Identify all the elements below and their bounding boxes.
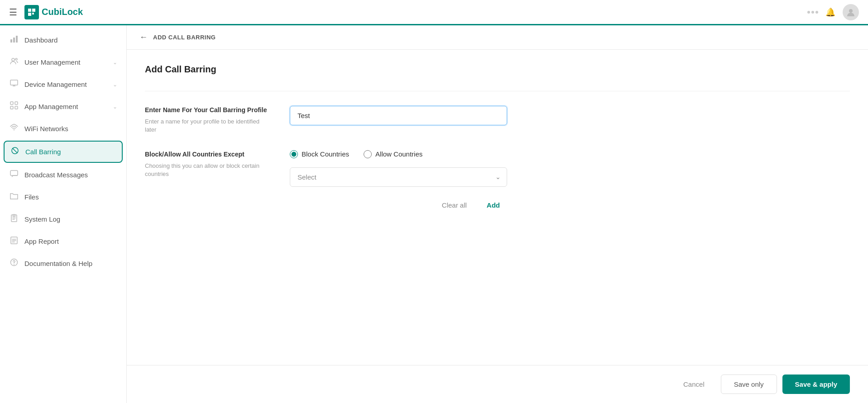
svg-rect-6 — [13, 38, 15, 43]
sidebar-item-label: Broadcast Messages — [24, 171, 117, 179]
svg-rect-7 — [16, 36, 18, 43]
name-label-block: Enter Name For Your Call Barring Profile… — [145, 106, 272, 134]
svg-rect-18 — [10, 171, 18, 175]
svg-rect-12 — [15, 102, 18, 104]
save-only-button[interactable]: Save only — [721, 375, 777, 394]
sidebar: Dashboard User Management ⌄ — [0, 25, 127, 403]
name-control-block — [290, 106, 507, 125]
sidebar-item-label: Files — [24, 193, 117, 201]
name-field-label: Enter Name For Your Call Barring Profile — [145, 106, 272, 115]
bar-chart-icon — [9, 35, 19, 45]
select-wrapper: Select ⌄ — [290, 167, 507, 187]
message-icon — [9, 170, 19, 180]
sidebar-item-wifi-networks[interactable]: WiFi Networks — [0, 118, 126, 140]
logo-text: CubiLock — [42, 7, 83, 17]
sidebar-item-label: App Report — [24, 237, 117, 245]
logo-icon — [24, 5, 39, 19]
block-allow-label-block: Block/Allow All Countries Except Choosin… — [145, 150, 272, 178]
svg-rect-5 — [10, 39, 12, 43]
sidebar-item-label: Device Management — [24, 81, 107, 88]
topbar: ☰ CubiLock 🔔 — [0, 0, 868, 25]
form-container: Add Call Barring Enter Name For Your Cal… — [127, 50, 868, 365]
wifi-icon — [9, 123, 19, 134]
cancel-button[interactable]: Cancel — [672, 375, 715, 394]
users-icon — [9, 57, 19, 67]
footer-actions: Cancel Save only Save & apply — [127, 365, 868, 403]
svg-point-23 — [14, 264, 14, 265]
report-icon — [9, 236, 19, 247]
svg-point-9 — [15, 58, 17, 60]
block-allow-hint: Choosing this you can allow or block cer… — [145, 162, 272, 178]
logo: CubiLock — [24, 5, 83, 19]
svg-rect-2 — [28, 13, 31, 16]
save-apply-button[interactable]: Save & apply — [782, 375, 850, 394]
sidebar-item-label: Call Barring — [25, 148, 116, 156]
form-title: Add Call Barring — [145, 64, 850, 75]
radio-group: Block Countries Allow Countries — [290, 150, 507, 158]
name-field-hint: Enter a name for your profile to be iden… — [145, 118, 272, 134]
svg-point-15 — [14, 129, 14, 130]
folder-icon — [9, 192, 19, 202]
sidebar-item-app-management[interactable]: App Management ⌄ — [0, 95, 126, 118]
hamburger-icon[interactable]: ☰ — [9, 7, 17, 18]
chevron-icon: ⌄ — [113, 81, 117, 88]
sidebar-item-label: Documentation & Help — [24, 260, 117, 267]
grid-icon — [9, 101, 19, 112]
help-circle-icon — [9, 258, 19, 269]
sidebar-item-label: System Log — [24, 215, 117, 223]
block-allow-label: Block/Allow All Countries Except — [145, 150, 272, 159]
sidebar-item-call-barring[interactable]: Call Barring — [4, 141, 123, 163]
block-icon — [10, 147, 20, 157]
notification-icon[interactable]: 🔔 — [825, 7, 835, 17]
svg-rect-14 — [15, 106, 18, 109]
sidebar-item-broadcast-messages[interactable]: Broadcast Messages — [0, 164, 126, 186]
name-field-row: Enter Name For Your Call Barring Profile… — [145, 106, 850, 134]
chevron-icon: ⌄ — [113, 104, 117, 110]
svg-point-4 — [849, 9, 853, 13]
svg-line-17 — [13, 148, 18, 153]
clear-all-button[interactable]: Clear all — [435, 198, 474, 213]
content-area: Add Call Barring Enter Name For Your Cal… — [127, 50, 868, 365]
page-header: ← ADD CALL BARRING — [127, 25, 868, 50]
countries-select[interactable]: Select — [290, 167, 507, 187]
block-allow-row: Block/Allow All Countries Except Choosin… — [145, 150, 850, 220]
block-allow-control-block: Block Countries Allow Countries Select — [290, 150, 507, 220]
layout: Dashboard User Management ⌄ — [0, 25, 868, 403]
sidebar-item-documentation[interactable]: Documentation & Help — [0, 252, 126, 275]
sidebar-item-dashboard[interactable]: Dashboard — [0, 29, 126, 51]
page-title: ADD CALL BARRING — [153, 34, 216, 41]
sidebar-item-app-report[interactable]: App Report — [0, 230, 126, 252]
back-button[interactable]: ← — [139, 33, 148, 42]
topbar-left: ☰ CubiLock — [9, 5, 83, 19]
clipboard-icon — [9, 214, 19, 224]
form-divider — [145, 91, 850, 91]
add-button[interactable]: Add — [480, 198, 507, 213]
svg-rect-11 — [10, 102, 13, 104]
block-countries-radio-label[interactable]: Block Countries — [290, 150, 349, 158]
sidebar-item-label: User Management — [24, 58, 107, 66]
svg-rect-1 — [32, 9, 35, 12]
allow-countries-radio-label[interactable]: Allow Countries — [364, 150, 422, 158]
block-countries-radio[interactable] — [290, 150, 298, 158]
allow-countries-label: Allow Countries — [375, 150, 422, 158]
search-dots — [807, 11, 818, 14]
sidebar-item-label: WiFi Networks — [24, 125, 117, 133]
sidebar-item-files[interactable]: Files — [0, 186, 126, 208]
sidebar-item-system-log[interactable]: System Log — [0, 208, 126, 230]
svg-rect-0 — [28, 9, 31, 12]
svg-point-8 — [12, 58, 14, 61]
sidebar-item-device-management[interactable]: Device Management ⌄ — [0, 73, 126, 95]
sidebar-item-label: App Management — [24, 103, 107, 110]
name-input[interactable] — [290, 106, 507, 125]
svg-rect-10 — [10, 80, 18, 85]
allow-countries-radio[interactable] — [364, 150, 372, 158]
sidebar-item-user-management[interactable]: User Management ⌄ — [0, 51, 126, 73]
block-countries-label: Block Countries — [302, 150, 349, 158]
monitor-icon — [9, 79, 19, 90]
chevron-icon: ⌄ — [113, 59, 117, 66]
sidebar-item-label: Dashboard — [24, 36, 117, 44]
actions-row: Clear all Add — [290, 190, 507, 220]
avatar[interactable] — [843, 4, 859, 20]
svg-rect-13 — [10, 106, 13, 109]
topbar-right: 🔔 — [807, 4, 859, 20]
